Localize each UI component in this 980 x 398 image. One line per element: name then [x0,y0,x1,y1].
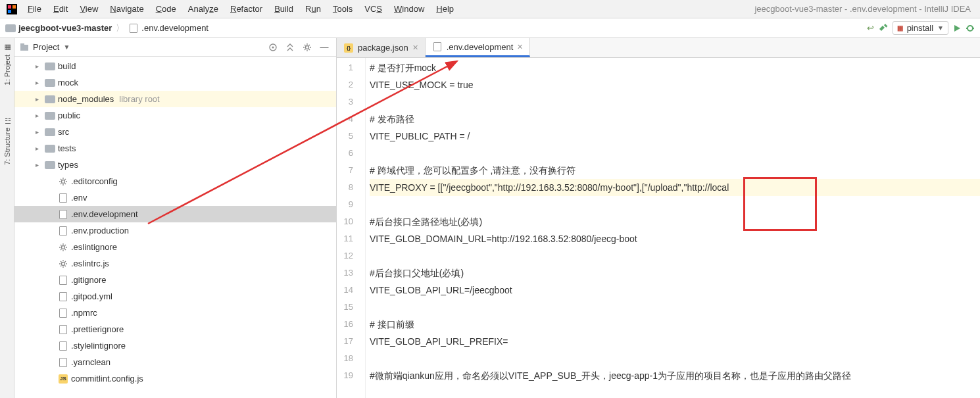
chevron-down-icon[interactable]: ▼ [63,43,70,51]
expand-icon[interactable]: ▸ [36,79,42,86]
tree-item[interactable]: .npmrc [14,305,336,321]
code-line[interactable] [370,350,980,367]
tree-item[interactable]: .stylelintignore [14,337,336,354]
code-line[interactable]: VITE_PROXY = [["/jeecgboot","http://192.… [370,179,980,196]
svg-point-12 [306,45,309,49]
hide-icon[interactable]: — [318,41,331,54]
toolwindow-project[interactable]: 1: Project ▦ [3,41,11,87]
menu-tools[interactable]: Tools [328,3,358,15]
tree-item[interactable]: ▸public [14,107,336,124]
tree-item[interactable]: .gitpod.yml [14,288,336,305]
tree-item-label: tests [58,143,76,153]
code-line[interactable] [370,145,980,162]
tree-item[interactable]: .env.development [14,206,336,222]
expand-icon[interactable]: ▸ [36,145,42,152]
close-icon[interactable]: ✕ [517,43,523,51]
debug-icon[interactable] [966,24,975,33]
code-line[interactable]: # 跨域代理，您可以配置多个 ,请注意，没有换行符 [370,162,980,179]
menu-code[interactable]: Code [151,3,182,15]
hammer-icon[interactable] [878,23,889,34]
breadcrumb-root[interactable]: jeecgboot-vue3-master [5,23,112,34]
run-config-select[interactable]: ▦ pinstall ▼ [893,21,948,35]
tree-item[interactable]: ▸src [14,124,336,140]
tree-item-label: .stylelintignore [71,341,126,351]
code-line[interactable]: # 发布路径 [370,111,980,128]
code[interactable]: # 是否打开mockVITE_USE_MOCK = true# 发布路径VITE… [366,58,980,398]
tree-item-label: .eslintrc.js [71,259,109,268]
menu-edit[interactable]: Edit [48,3,73,15]
project-icon: ▦ [3,43,11,52]
tree-item[interactable]: .editorconfig [14,173,336,189]
tree-item[interactable]: .env [14,189,336,206]
menu-run[interactable]: Run [300,3,326,15]
expand-icon[interactable]: ▸ [36,161,42,168]
tree-item[interactable]: .gitignore [14,272,336,288]
tree-item[interactable]: .eslintignore [14,239,336,255]
menu-navigate[interactable]: Navigate [105,3,149,15]
code-line[interactable] [370,247,980,264]
tree-item[interactable]: .prettierignore [14,321,336,337]
code-line[interactable]: #微前端qiankun应用，命名必须以VITE_APP_SUB_开头，jeecg… [370,367,980,384]
menu-analyze[interactable]: Analyze [183,3,224,15]
code-line[interactable]: VITE_GLOB_API_URL=/jeecgboot [370,282,980,299]
json-icon: {} [343,43,354,53]
menu-build[interactable]: Build [269,3,299,15]
breadcrumb-file[interactable]: .env.development [128,23,208,34]
tree-item[interactable]: ▸mock [14,74,336,91]
code-line[interactable] [370,196,980,213]
code-line[interactable]: VITE_PUBLIC_PATH = / [370,128,980,145]
toolwindow-structure[interactable]: 7: Structure ☶ [3,114,11,168]
tree-item-label: .env [71,193,87,203]
expand-icon[interactable]: ▸ [36,112,42,119]
project-tree[interactable]: ▸build▸mock▸node_moduleslibrary root▸pub… [14,57,336,398]
close-icon[interactable]: ✕ [412,43,418,52]
code-line[interactable] [370,93,980,111]
expand-all-icon[interactable] [283,41,297,54]
svg-point-5 [968,26,973,31]
tree-item[interactable]: JScommitlint.config.js [14,370,336,387]
code-line[interactable]: #后台接口全路径地址(必填) [370,213,980,230]
menu-view[interactable]: View [74,3,103,15]
folder-icon [45,61,55,72]
code-line[interactable] [370,299,980,316]
code-area[interactable]: 12345678910111213141516171819 # 是否打开mock… [337,58,980,398]
code-line[interactable]: VITE_USE_MOCK = true [370,76,980,93]
gear-icon [58,176,68,187]
code-line[interactable]: VITE_GLOB_DOMAIN_URL=http://192.168.3.52… [370,230,980,247]
editor-tab[interactable]: {}package.json✕ [337,38,426,57]
back-icon[interactable]: ↩ [867,23,874,33]
file-icon [58,308,68,318]
editor-tab[interactable]: .env.development✕ [426,38,531,57]
menu-vcs[interactable]: VCS [359,3,387,15]
svg-rect-3 [8,10,11,13]
svg-rect-2 [12,5,16,9]
tree-item[interactable]: ▸types [14,157,336,173]
tree-item[interactable]: .eslintrc.js [14,255,336,272]
menu-refactor[interactable]: Refactor [225,3,268,15]
tree-item[interactable]: ▸tests [14,140,336,157]
code-line[interactable]: #后台接口父地址(必填) [370,264,980,282]
left-tool-strip: 1: Project ▦ 7: Structure ☶ [0,38,14,398]
menu-window[interactable]: Window [389,3,429,15]
menu-file[interactable]: File [22,3,47,15]
tree-item-label: .env.production [71,226,129,236]
tree-item[interactable]: ▸build [14,58,336,74]
expand-icon[interactable]: ▸ [36,62,42,70]
tree-item-label: commitlint.config.js [71,374,143,384]
tree-item-label: .npmrc [71,308,97,318]
menu-help[interactable]: Help [431,3,459,15]
tree-item-label: .prettierignore [71,324,124,334]
locate-icon[interactable] [266,41,280,54]
tree-item[interactable]: .env.production [14,222,336,239]
code-line[interactable]: VITE_GLOB_API_URL_PREFIX= [370,333,980,350]
chevron-down-icon: ▼ [937,24,944,32]
tree-item-label: .gitpod.yml [71,291,112,301]
settings-icon[interactable] [301,41,314,54]
run-icon[interactable] [952,24,962,33]
expand-icon[interactable]: ▸ [36,95,42,103]
expand-icon[interactable]: ▸ [36,128,42,136]
code-line[interactable]: # 接口前缀 [370,316,980,333]
code-line[interactable]: # 是否打开mock [370,59,980,76]
tree-item[interactable]: ▸node_moduleslibrary root [14,91,336,107]
tree-item[interactable]: .yarnclean [14,354,336,370]
